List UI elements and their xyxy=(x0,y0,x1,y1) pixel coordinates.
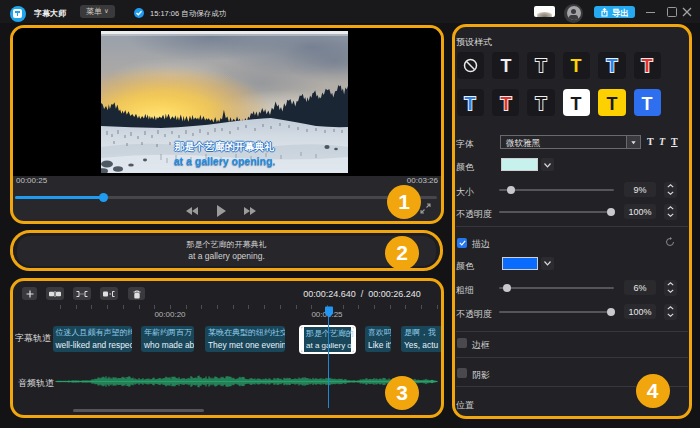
svg-text:T: T xyxy=(571,93,582,113)
svg-text:T: T xyxy=(500,93,511,113)
svg-text:T: T xyxy=(536,56,547,76)
svg-text:T: T xyxy=(642,93,653,113)
svg-text:T: T xyxy=(500,56,511,76)
svg-text:T: T xyxy=(465,93,476,113)
svg-text:T: T xyxy=(606,56,617,76)
svg-text:T: T xyxy=(642,56,653,76)
svg-text:T: T xyxy=(571,56,582,76)
svg-text:T: T xyxy=(536,93,547,113)
svg-text:T: T xyxy=(606,93,617,113)
